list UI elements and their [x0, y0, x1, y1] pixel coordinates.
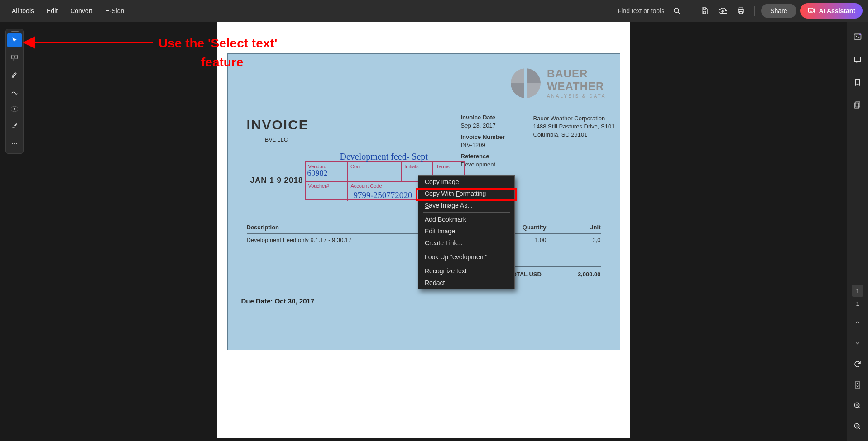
ctx-copy-with-formatting[interactable]: Copy With Formatting: [418, 188, 514, 199]
stamp-cou-label: Cou: [348, 162, 402, 182]
comment-tool[interactable]: [7, 50, 22, 65]
stamp-voucher-label: Voucher#: [306, 182, 348, 201]
col-unit-price: Unit: [547, 224, 601, 231]
invoice-number-label: Invoice Number: [461, 133, 505, 141]
svg-point-9: [12, 143, 13, 144]
generative-ai-icon[interactable]: [850, 30, 865, 44]
invoice-meta: Invoice Date Sep 23, 2017 Invoice Number…: [461, 114, 505, 172]
cell-unit-price: 3,0: [547, 237, 601, 243]
total-pages: 1: [856, 300, 859, 307]
svg-point-11: [16, 143, 17, 144]
billed-to: BVL LLC: [265, 136, 288, 143]
search-icon[interactable]: [670, 4, 684, 18]
fill-sign-tool[interactable]: [7, 119, 22, 133]
cloud-upload-icon[interactable]: [715, 4, 730, 18]
ctx-recognize-text[interactable]: Recognize text: [418, 265, 514, 277]
rotate-icon[interactable]: [850, 357, 865, 371]
annotation-arrow-head: [23, 36, 35, 49]
ctx-copy-image[interactable]: Copy Image: [418, 176, 514, 188]
annotation-arrow-line: [35, 42, 153, 43]
toolbar-divider: [754, 6, 755, 16]
top-menu-group: All tools Edit Convert E-Sign: [5, 5, 130, 17]
annotation-text-line2: feature: [201, 55, 243, 70]
bookmarks-panel-icon[interactable]: [850, 75, 865, 90]
logo-name-2: WEATHER: [547, 80, 606, 93]
comments-panel-icon[interactable]: [850, 52, 865, 67]
menu-edit[interactable]: Edit: [40, 5, 64, 17]
received-date-stamp: JAN 1 9 2018: [250, 176, 303, 185]
logo-name-1: BAUER: [547, 67, 606, 80]
draw-tool[interactable]: [7, 85, 22, 99]
share-button[interactable]: Share: [761, 4, 796, 18]
svg-point-10: [14, 143, 15, 144]
reference-value: Development: [461, 161, 505, 169]
company-addr1: 1488 Still Pastures Drive, S101: [533, 123, 615, 131]
current-page-badge[interactable]: 1: [852, 285, 863, 297]
page-up-icon[interactable]: [850, 315, 865, 330]
ai-assistant-button[interactable]: AI Assistant: [800, 3, 863, 19]
fit-page-icon[interactable]: [850, 378, 865, 392]
find-label[interactable]: Find text or tools: [618, 7, 665, 14]
toolbar-divider: [691, 6, 691, 16]
right-panel-strip: 1 1: [847, 22, 868, 441]
menu-convert[interactable]: Convert: [64, 5, 99, 17]
context-menu: Copy Image Copy With Formatting Save Ima…: [418, 175, 515, 289]
ctx-add-bookmark[interactable]: Add Bookmark: [418, 213, 514, 225]
handwriting-vendor: 60982: [307, 169, 328, 178]
zoom-out-icon[interactable]: [850, 419, 865, 434]
top-toolbar: All tools Edit Convert E-Sign Find text …: [0, 0, 868, 22]
ctx-save-image-as[interactable]: Save Image As...: [418, 199, 514, 211]
menu-all-tools[interactable]: All tools: [5, 5, 40, 17]
svg-rect-5: [739, 12, 742, 14]
due-date: Due Date: Oct 30, 2017: [241, 297, 315, 305]
select-tool[interactable]: [7, 33, 22, 47]
more-tools-icon[interactable]: [7, 136, 22, 151]
text-box-tool[interactable]: [7, 102, 22, 116]
svg-line-1: [678, 12, 680, 14]
print-icon[interactable]: [734, 4, 748, 18]
zoom-in-icon[interactable]: [850, 398, 865, 413]
svg-point-0: [674, 8, 679, 13]
ctx-create-link[interactable]: Create Link...: [418, 237, 514, 249]
ai-assistant-label: AI Assistant: [819, 7, 855, 14]
company-logo: BAUER WEATHER ANALYSIS & DATA: [511, 67, 606, 99]
save-icon[interactable]: [697, 4, 712, 18]
svg-point-13: [859, 34, 861, 35]
company-address: Bauer Weather Corporation 1488 Still Pas…: [533, 114, 615, 139]
handwriting-account-code: 9799-250772020: [354, 190, 412, 200]
left-tool-strip: [5, 29, 24, 154]
page-down-icon[interactable]: [850, 336, 865, 351]
logo-icon: [511, 68, 541, 98]
ctx-redact[interactable]: Redact: [418, 277, 514, 289]
company-name: Bauer Weather Corporation: [533, 114, 615, 123]
ctx-separator: [423, 212, 510, 213]
reference-label: Reference: [461, 152, 505, 161]
svg-rect-2: [703, 8, 706, 9]
invoice-date-label: Invoice Date: [461, 114, 505, 122]
logo-tagline: ANALYSIS & DATA: [547, 94, 606, 99]
handwriting-reference: Development feed- Sept: [340, 152, 428, 162]
svg-rect-14: [854, 57, 861, 62]
highlight-tool[interactable]: [7, 67, 22, 82]
ctx-separator: [423, 264, 510, 264]
ctx-look-up[interactable]: Look Up "evelopment": [418, 251, 514, 263]
invoice-date-value: Sep 23, 2017: [461, 122, 505, 130]
pages-panel-icon[interactable]: [850, 98, 865, 112]
ctx-separator: [423, 250, 510, 250]
svg-rect-3: [703, 11, 706, 14]
company-addr2: Columbia, SC 29101: [533, 131, 615, 139]
invoice-title: INVOICE: [247, 117, 309, 133]
invoice-number-value: INV-1209: [461, 141, 505, 149]
top-right-group: Find text or tools Share AI Assistant: [618, 3, 863, 19]
annotation-text-line1: Use the 'Select text': [158, 36, 277, 51]
total-value: 3,000.00: [578, 271, 601, 278]
menu-esign[interactable]: E-Sign: [99, 5, 130, 17]
ctx-edit-image[interactable]: Edit Image: [418, 225, 514, 237]
